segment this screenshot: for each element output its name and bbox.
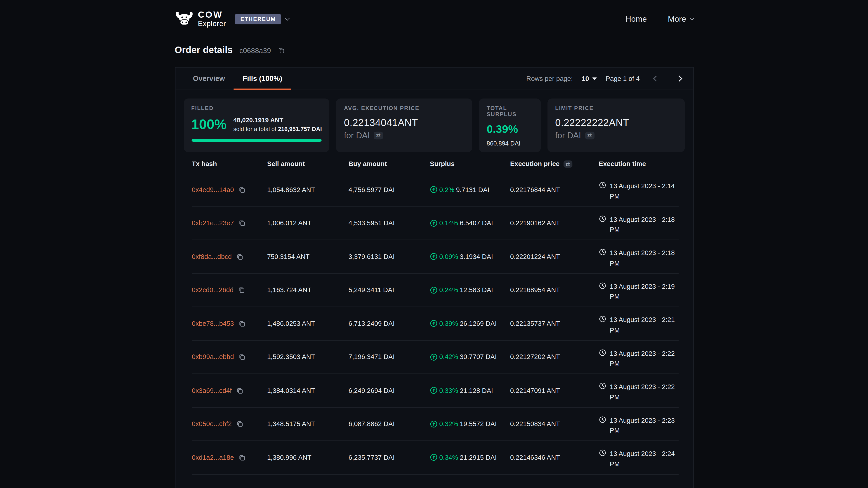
sell-amount: 1,348.5175 ANT: [267, 420, 348, 428]
tx-hash-link[interactable]: 0xb21e...23e7: [192, 219, 234, 227]
clock-icon: [599, 449, 606, 457]
surplus-percent: 0.34%: [439, 454, 458, 461]
filled-label: FILLED: [191, 105, 322, 111]
execution-time: 13 August 2023 - 2:21 PM: [610, 315, 679, 335]
page-status: Page 1 of 4: [606, 75, 640, 83]
execution-time: 13 August 2023 - 2:23 PM: [610, 415, 679, 436]
filled-progress-fill: [191, 139, 322, 141]
prev-page-button[interactable]: [649, 71, 663, 86]
tx-hash-link[interactable]: 0x2cd0...26dd: [192, 286, 234, 294]
avg-price-value: 0.22134041ANT: [344, 117, 465, 129]
surplus-amount: 26.1269 DAI: [460, 320, 497, 327]
clock-icon: [599, 349, 606, 356]
filled-progress-bar: [191, 139, 322, 141]
execution-price: 0.22190162 ANT: [510, 219, 599, 227]
next-page-button[interactable]: [672, 71, 686, 86]
order-id: c0688a39: [239, 46, 271, 55]
sell-amount: 1,163.724 ANT: [267, 286, 348, 294]
copy-icon[interactable]: [238, 220, 245, 226]
table-row: 0xd1a2...a18e 1,380.996 ANT 6,235.7737 D…: [192, 441, 679, 475]
avg-price-per: for DAI: [344, 131, 370, 140]
col-execution-time: Execution time: [599, 160, 679, 168]
swap-icon[interactable]: ⇄: [563, 160, 572, 167]
logo-title: COW: [198, 10, 226, 20]
summary-cards: FILLED 100% 48,020.1919 ANT sold for a t…: [175, 90, 693, 152]
execution-price: 0.22147091 ANT: [510, 387, 599, 394]
surplus-amount: 30.7707 DAI: [460, 353, 497, 361]
copy-icon[interactable]: [236, 253, 243, 260]
tx-hash-link[interactable]: 0x3a69...cd4f: [192, 387, 232, 394]
page-title: Order details: [175, 45, 233, 56]
surplus-percent: 0.2%: [439, 186, 454, 193]
filled-card: FILLED 100% 48,020.1919 ANT sold for a t…: [184, 98, 330, 152]
swap-icon[interactable]: ⇄: [374, 131, 383, 139]
tx-hash-link[interactable]: 0x4ed9...14a0: [192, 186, 234, 193]
table-row: 0x4ed9...14a0 1,054.8632 ANT 4,756.5977 …: [192, 173, 679, 207]
filled-sold-total: sold for a total of 216,951.757 DAI: [233, 125, 322, 133]
surplus-up-icon: [430, 353, 437, 361]
surplus-amount: 19.5572 DAI: [460, 420, 497, 428]
copy-icon[interactable]: [238, 320, 245, 327]
copy-icon[interactable]: [238, 354, 245, 360]
surplus-up-icon: [430, 454, 437, 461]
table-row: 0x2cd0...26dd 1,163.724 ANT 5,249.3411 D…: [192, 273, 679, 307]
surplus-up-icon: [430, 420, 437, 428]
swap-icon[interactable]: ⇄: [585, 131, 594, 139]
cow-icon: [175, 11, 193, 26]
surplus-up-icon: [430, 387, 437, 394]
execution-price: 0.22168954 ANT: [510, 286, 599, 294]
buy-amount: 6,249.2694 DAI: [348, 387, 430, 394]
tab-fills[interactable]: Fills (100%): [234, 68, 291, 90]
avg-execution-price-card: AVG. EXECUTION PRICE 0.22134041ANT for D…: [336, 98, 472, 152]
nav-home[interactable]: Home: [625, 14, 647, 23]
execution-time: 13 August 2023 - 2:19 PM: [610, 281, 679, 302]
clock-icon: [599, 249, 606, 256]
copy-icon[interactable]: [238, 186, 245, 193]
execution-price: 0.22127202 ANT: [510, 353, 599, 361]
copy-icon[interactable]: [238, 454, 245, 461]
surplus-percent: 0.32%: [439, 420, 458, 428]
table-row: 0x3a69...cd4f 1,384.0314 ANT 6,249.2694 …: [192, 374, 679, 408]
rows-per-page-select[interactable]: 10: [582, 75, 597, 83]
execution-time: 13 August 2023 - 2:22 PM: [610, 382, 679, 402]
total-surplus-label: TOTAL SURPLUS: [487, 105, 533, 117]
tx-hash-link[interactable]: 0xd1a2...a18e: [192, 454, 234, 461]
tx-hash-link[interactable]: 0xbe78...b453: [192, 320, 234, 327]
sell-amount: 1,592.3503 ANT: [267, 353, 348, 361]
surplus-up-icon: [430, 320, 437, 327]
network-selector[interactable]: ETHEREUM: [235, 13, 289, 24]
execution-price: 0.22146346 ANT: [510, 454, 599, 461]
tx-hash-link[interactable]: 0xb99a...ebbd: [192, 353, 234, 361]
buy-amount: 6,087.8862 DAI: [348, 420, 430, 428]
execution-time: 13 August 2023 - 2:18 PM: [610, 215, 679, 235]
filled-amount: 48,020.1919 ANT: [233, 116, 322, 125]
copy-icon[interactable]: [236, 387, 243, 394]
buy-amount: 4,533.5951 DAI: [348, 219, 430, 227]
surplus-percent: 0.42%: [439, 353, 458, 361]
tx-hash-link[interactable]: 0x050e...cbf2: [192, 420, 232, 428]
tab-overview[interactable]: Overview: [184, 68, 234, 90]
surplus-percent: 0.33%: [439, 387, 458, 394]
nav-more[interactable]: More: [668, 14, 693, 23]
copy-icon[interactable]: [278, 47, 284, 54]
surplus-amount: 6.5407 DAI: [460, 219, 493, 227]
sell-amount: 1,486.0253 ANT: [267, 320, 348, 327]
surplus-up-icon: [430, 186, 437, 193]
buy-amount: 3,379.6131 DAI: [348, 253, 430, 260]
top-nav: Home More: [625, 14, 693, 23]
execution-price: 0.22150834 ANT: [510, 420, 599, 428]
tx-hash-link[interactable]: 0xf8da...dbcd: [192, 253, 232, 260]
copy-icon[interactable]: [236, 421, 243, 427]
clock-icon: [599, 416, 606, 423]
sell-amount: 1,006.012 ANT: [267, 219, 348, 227]
surplus-percent: 0.14%: [439, 219, 458, 227]
clock-icon: [599, 282, 606, 289]
network-badge[interactable]: ETHEREUM: [235, 13, 281, 24]
limit-price-value: 0.22222222ANT: [555, 117, 677, 129]
cow-explorer-logo[interactable]: COW Explorer: [175, 10, 226, 27]
chevron-down-icon: [285, 15, 290, 20]
copy-icon[interactable]: [238, 287, 245, 293]
col-buy-amount: Buy amount: [348, 160, 430, 168]
limit-price-label: LIMIT PRICE: [555, 105, 677, 111]
col-execution-price: Execution price ⇄: [510, 160, 599, 168]
